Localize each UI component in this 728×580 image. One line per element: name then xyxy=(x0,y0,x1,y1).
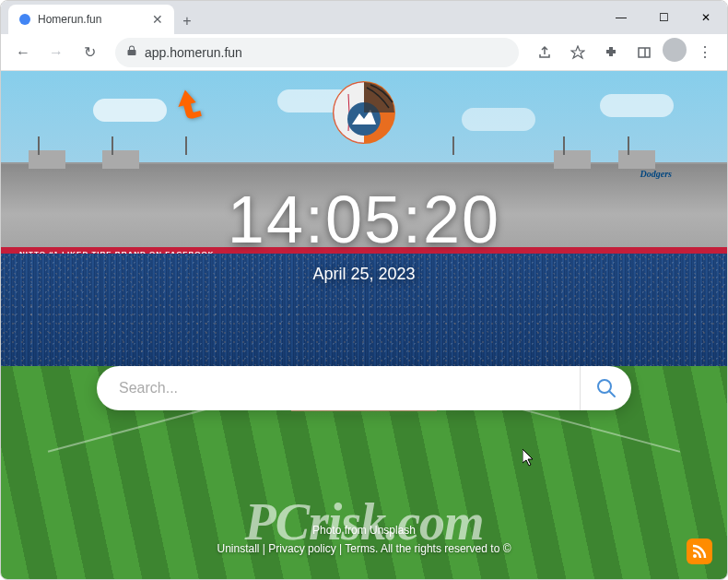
search-bar xyxy=(97,366,631,410)
clock-time: 14:05:20 xyxy=(1,182,727,257)
search-icon xyxy=(596,378,616,398)
forward-button[interactable]: → xyxy=(41,38,71,67)
back-button[interactable]: ← xyxy=(8,38,38,67)
menu-button[interactable]: ⋮ xyxy=(690,38,720,67)
maximize-button[interactable]: ☐ xyxy=(642,1,685,34)
url-text: app.homerun.fun xyxy=(145,45,242,60)
browser-window: Homerun.fun ✕ + — ☐ ✕ ← → ↻ app.homerun.… xyxy=(0,0,728,580)
toolbar-icons: ⋮ xyxy=(530,38,720,67)
tab-close-button[interactable]: ✕ xyxy=(152,12,163,27)
browser-tab[interactable]: Homerun.fun ✕ xyxy=(8,5,174,34)
profile-button[interactable] xyxy=(663,38,687,62)
reload-button[interactable]: ↻ xyxy=(75,38,104,67)
clock-date: April 25, 2023 xyxy=(1,265,727,284)
search-input[interactable] xyxy=(97,380,580,397)
footer-links[interactable]: Uninstall | Privacy policy | Terms. All … xyxy=(1,542,727,555)
clock-widget: 14:05:20 April 25, 2023 xyxy=(1,182,727,284)
dodgers-sign: Dodgers xyxy=(640,169,672,179)
mouse-cursor-icon xyxy=(523,449,537,471)
page-content: Dodgers NITTO #1 LIKED TIRE BRAND ON FAC… xyxy=(1,71,727,579)
bookmark-button[interactable] xyxy=(563,38,593,67)
window-controls: — ☐ ✕ xyxy=(600,1,727,34)
svg-rect-0 xyxy=(639,48,650,57)
browser-nav-bar: ← → ↻ app.homerun.fun ⋮ xyxy=(1,34,727,71)
rss-button[interactable] xyxy=(687,539,712,564)
address-bar[interactable]: app.homerun.fun xyxy=(115,38,519,67)
photo-credit: Photo from Unsplash xyxy=(1,524,727,537)
tab-title: Homerun.fun xyxy=(38,13,101,26)
stadium-flags xyxy=(38,136,40,155)
site-logo xyxy=(332,80,396,145)
sidepanel-button[interactable] xyxy=(629,38,659,67)
arrow-annotation xyxy=(170,86,207,126)
minimize-button[interactable]: — xyxy=(600,1,642,34)
close-window-button[interactable]: ✕ xyxy=(685,1,727,34)
new-tab-button[interactable]: + xyxy=(174,8,200,34)
favicon-icon xyxy=(19,14,30,25)
search-button[interactable] xyxy=(580,366,631,410)
lock-icon xyxy=(126,45,137,59)
svg-point-6 xyxy=(693,554,697,558)
svg-line-5 xyxy=(609,391,615,397)
rss-icon xyxy=(691,543,708,560)
browser-title-bar: Homerun.fun ✕ + — ☐ ✕ xyxy=(1,1,727,34)
extensions-button[interactable] xyxy=(596,38,626,67)
page-footer: Photo from Unsplash Uninstall | Privacy … xyxy=(1,518,727,561)
share-button[interactable] xyxy=(530,38,559,67)
